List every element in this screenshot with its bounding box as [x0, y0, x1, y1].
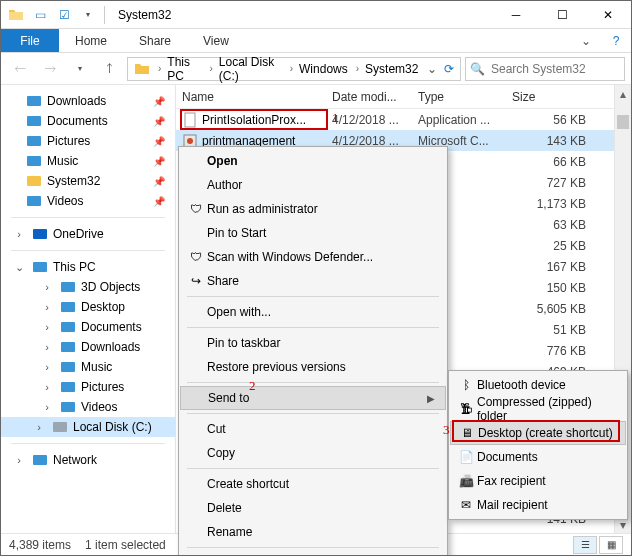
qat-dropdown-icon[interactable]: ▾ [77, 4, 99, 26]
breadcrumb-root-icon[interactable] [130, 58, 156, 80]
svg-rect-9 [61, 302, 75, 312]
sidebar-network[interactable]: ›Network [11, 450, 175, 470]
context-menu: Open Author 🛡 Run as administrator Pin t… [178, 146, 448, 556]
sidebar-item-label: Videos [47, 194, 83, 208]
tab-view[interactable]: View [187, 29, 245, 52]
menu-item[interactable]: Pin to taskbar [179, 331, 447, 355]
sidebar-item[interactable]: ›3D Objects [11, 277, 175, 297]
ribbon: File Home Share View ⌄ ? [1, 29, 631, 53]
sidebar-item[interactable]: Music📌 [11, 151, 175, 171]
menu-item[interactable]: 🛡 Scan with Windows Defender... [179, 245, 447, 269]
sidebar-item[interactable]: ›Pictures [11, 377, 175, 397]
sidebar-item[interactable]: Pictures📌 [11, 131, 175, 151]
menu-item[interactable]: Restore previous versions [179, 355, 447, 379]
column-type[interactable]: Type [412, 85, 506, 108]
breadcrumb-item[interactable]: System32 [361, 58, 424, 80]
menu-item[interactable]: ✉ Mail recipient [449, 493, 627, 517]
menu-item[interactable]: Send to ▶ [180, 386, 446, 410]
column-size[interactable]: Size [506, 85, 592, 108]
breadcrumb-item[interactable]: Local Disk (C:) [215, 58, 288, 80]
menu-item[interactable]: 🛡 Run as administrator [179, 197, 447, 221]
search-box[interactable]: 🔍 [465, 57, 625, 81]
chevron-right-icon: › [11, 228, 27, 240]
menu-item[interactable]: Copy [179, 441, 447, 465]
sidebar-item[interactable]: Videos📌 [11, 191, 175, 211]
menu-item-label: Copy [207, 446, 437, 460]
address-dropdown-icon[interactable]: ⌄ [424, 62, 440, 76]
menu-item-label: Create shortcut [207, 477, 437, 491]
breadcrumb-item[interactable]: Windows [295, 58, 354, 80]
menu-item[interactable]: Open with... [179, 300, 447, 324]
column-date[interactable]: Date modi... [326, 85, 412, 108]
sidebar-item[interactable]: ›Videos [11, 397, 175, 417]
sidebar-item[interactable]: System32📌 [11, 171, 175, 191]
scroll-thumb[interactable] [617, 115, 629, 129]
folder-icon[interactable] [5, 4, 27, 26]
sidebar-item[interactable]: ›Music [11, 357, 175, 377]
menu-item[interactable]: ↪ Share [179, 269, 447, 293]
menu-item[interactable]: 🗜 Compressed (zipped) folder [449, 397, 627, 421]
check-icon[interactable]: ☑ [53, 4, 75, 26]
forward-button[interactable]: 🡒 [37, 56, 63, 82]
table-row[interactable]: PrintIsolationProx... 4/12/2018 ... Appl… [176, 109, 631, 130]
menu-item[interactable]: Pin to Start [179, 221, 447, 245]
separator [104, 6, 105, 24]
sidebar-item[interactable]: ›Downloads [11, 337, 175, 357]
menu-item[interactable]: Delete [179, 496, 447, 520]
menu-item[interactable]: 📠 Fax recipient [449, 469, 627, 493]
menu-item[interactable]: Create shortcut [179, 472, 447, 496]
menu-item[interactable]: Open [179, 149, 447, 173]
sidebar-item[interactable]: ›Local Disk (C:) [1, 417, 175, 437]
menu-item[interactable]: Cut [179, 417, 447, 441]
chevron-right-icon: › [39, 381, 55, 393]
breadcrumb-item[interactable]: This PC [163, 58, 207, 80]
search-input[interactable] [489, 61, 620, 77]
maximize-button[interactable]: ☐ [539, 1, 585, 29]
thumb-view-toggle[interactable]: ▦ [599, 536, 623, 554]
sidebar-item[interactable]: ›Documents [11, 317, 175, 337]
close-button[interactable]: ✕ [585, 1, 631, 29]
annotation-1: 1 [332, 110, 339, 126]
up-button[interactable]: 🡑 [97, 56, 123, 82]
ribbon-expand-icon[interactable]: ⌄ [571, 29, 601, 52]
sendto-submenu: ᛒ Bluetooth device 🗜 Compressed (zipped)… [448, 370, 628, 520]
svg-rect-2 [27, 136, 41, 146]
menu-item[interactable]: Author [179, 173, 447, 197]
column-name[interactable]: Name [176, 85, 326, 108]
menu-item-label: Rename [207, 525, 437, 539]
menu-item[interactable]: 🖥 Desktop (create shortcut) [450, 421, 626, 445]
recent-dropdown[interactable]: ▾ [67, 56, 93, 82]
chevron-right-icon[interactable]: › [288, 63, 295, 74]
sidebar-item-label: OneDrive [53, 227, 104, 241]
menu-item[interactable]: 📄 Documents [449, 445, 627, 469]
sidebar-thispc[interactable]: ⌄This PC [11, 257, 175, 277]
chevron-right-icon[interactable]: › [354, 63, 361, 74]
file-size: 25 KB [506, 239, 592, 253]
back-button[interactable]: 🡐 [7, 56, 33, 82]
menu-item-label: Share [207, 274, 437, 288]
pin-icon: 📌 [153, 136, 165, 147]
menu-item[interactable]: ᛒ Bluetooth device [449, 373, 627, 397]
refresh-icon[interactable]: ⟳ [440, 62, 458, 76]
chevron-right-icon[interactable]: › [207, 63, 214, 74]
details-view-toggle[interactable]: ☰ [573, 536, 597, 554]
menu-item[interactable]: Rename [179, 520, 447, 544]
music-icon [59, 359, 77, 375]
file-size: 56 KB [506, 113, 592, 127]
sidebar-item[interactable]: Documents📌 [11, 111, 175, 131]
sidebar-item[interactable]: Downloads📌 [11, 91, 175, 111]
minimize-button[interactable]: ─ [493, 1, 539, 29]
chevron-right-icon[interactable]: › [156, 63, 163, 74]
file-size: 66 KB [506, 155, 592, 169]
help-icon[interactable]: ? [601, 29, 631, 52]
sidebar-item[interactable]: ›Desktop [11, 297, 175, 317]
file-tab[interactable]: File [1, 29, 59, 52]
sidebar-item-label: Music [47, 154, 78, 168]
menu-item[interactable]: Properties [179, 551, 447, 556]
breadcrumb[interactable]: › This PC › Local Disk (C:) › Windows › … [127, 57, 461, 81]
props-icon[interactable]: ▭ [29, 4, 51, 26]
tab-share[interactable]: Share [123, 29, 187, 52]
sidebar-onedrive[interactable]: ›OneDrive [11, 224, 175, 244]
scroll-up-icon[interactable]: ▴ [615, 85, 631, 102]
tab-home[interactable]: Home [59, 29, 123, 52]
